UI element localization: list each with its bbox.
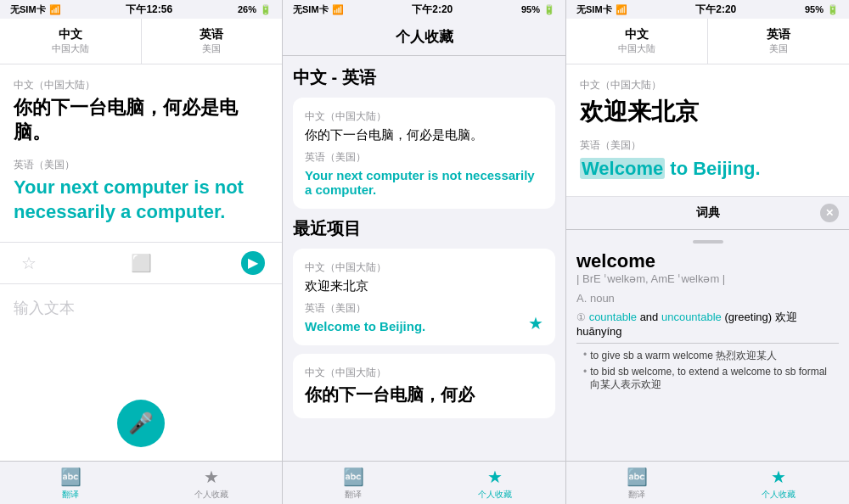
language-selector-3: 中文 中国大陆 英语 美国 bbox=[566, 19, 849, 64]
tab-favorites-2[interactable]: ★ 个人收藏 bbox=[424, 467, 566, 501]
time-display-3: 下午2:20 bbox=[695, 3, 736, 17]
lang-from-button[interactable]: 中文 中国大陆 bbox=[0, 19, 142, 64]
carrier-text: 无SIM卡 bbox=[10, 3, 46, 16]
recent-source-label-2: 中文（中国大陆） bbox=[305, 366, 543, 380]
dictionary-header: 词典 ✕ bbox=[566, 197, 849, 230]
dictionary-pronunciation: | BrE ˈwelkəm, AmE ˈwelkəm | bbox=[576, 272, 839, 285]
status-bar-3: 无SIM卡 📶 下午2:20 95% 🔋 bbox=[566, 0, 849, 19]
tab-favorites-1[interactable]: ★ 个人收藏 bbox=[141, 467, 282, 501]
translation-content-1: 中文（中国大陆） 你的下一台电脑，何必是电脑。 英语（美国） Your next… bbox=[0, 64, 282, 242]
example-text-2: to bid sb welcome, to extend a welcome t… bbox=[590, 366, 839, 392]
p3-source-text: 欢迎来北京 bbox=[580, 96, 835, 128]
tab-bar-3: 🔤 翻译 ★ 个人收藏 bbox=[566, 461, 849, 504]
panel-favorites: 无SIM卡 📶 下午2:20 95% 🔋 个人收藏 中文 - 英语 中文（中国大… bbox=[283, 0, 566, 504]
recent-source-label-1: 中文（中国大陆） bbox=[305, 260, 543, 275]
highlighted-word[interactable]: Welcome bbox=[580, 158, 665, 179]
recent-card-row-1: 英语（美国） Welcome to Beijing. ★ bbox=[305, 301, 543, 333]
sense-countable-bold: countable bbox=[589, 311, 637, 323]
lang-from-name: 中文 bbox=[3, 27, 138, 42]
p3-target-text: Welcome to Beijing. bbox=[580, 156, 835, 182]
play-icon[interactable]: ▶ bbox=[241, 251, 265, 275]
p3-source-label: 中文（中国大陆） bbox=[580, 78, 835, 92]
device-icon[interactable]: ⬜ bbox=[129, 251, 153, 275]
microphone-button[interactable]: 🎤 bbox=[117, 400, 165, 447]
wifi-icon-2: 📶 bbox=[332, 4, 344, 15]
recent-card-1[interactable]: 中文（中国大陆） 欢迎来北京 英语（美国） Welcome to Beijing… bbox=[293, 249, 555, 345]
battery-text-3: 95% bbox=[805, 4, 824, 14]
status-left-3: 无SIM卡 📶 bbox=[576, 3, 627, 16]
recent-source-text-1: 欢迎来北京 bbox=[305, 278, 543, 294]
drag-indicator bbox=[693, 240, 723, 244]
star-icon-1[interactable]: ★ bbox=[528, 313, 543, 333]
lang-to-region-3: 美国 bbox=[711, 42, 846, 55]
lang-to-button[interactable]: 英语 美国 bbox=[142, 19, 283, 64]
lang-from-button-3[interactable]: 中文 中国大陆 bbox=[566, 19, 708, 64]
favorite-icon[interactable]: ☆ bbox=[17, 251, 41, 275]
target-text-display: Your next computer is not necessarily a … bbox=[14, 176, 268, 224]
star-tab-icon-2: ★ bbox=[487, 467, 503, 487]
pos-letter: A. bbox=[576, 292, 587, 305]
time-display-2: 下午2:20 bbox=[412, 3, 453, 17]
favorites-page-title: 个人收藏 bbox=[283, 19, 565, 56]
tab-favorites-label-2: 个人收藏 bbox=[478, 489, 512, 501]
tab-translate-2[interactable]: 🔤 翻译 bbox=[283, 467, 424, 501]
pos-label: noun bbox=[590, 292, 615, 305]
fav-target-label-1: 英语（美国） bbox=[305, 150, 543, 165]
status-bar-1: 无SIM卡 📶 下午12:56 26% 🔋 bbox=[0, 0, 282, 19]
input-placeholder-text[interactable]: 输入文本 bbox=[14, 298, 75, 318]
language-selector-1: 中文 中国大陆 英语 美国 bbox=[0, 19, 282, 64]
star-tab-icon-1: ★ bbox=[204, 467, 219, 487]
tab-translate-label-2: 翻译 bbox=[345, 489, 362, 501]
tab-favorites-3[interactable]: ★ 个人收藏 bbox=[708, 467, 850, 501]
tab-translate-1[interactable]: 🔤 翻译 bbox=[0, 467, 141, 501]
tab-translate-3[interactable]: 🔤 翻译 bbox=[566, 467, 708, 501]
translate-icon: 🔤 bbox=[60, 467, 82, 487]
recent-target-text-1: Welcome to Beijing. bbox=[305, 319, 425, 333]
lang-to-region: 美国 bbox=[145, 42, 279, 55]
tab-translate-label-3: 翻译 bbox=[628, 489, 645, 501]
tab-bar-1: 🔤 翻译 ★ 个人收藏 bbox=[0, 461, 282, 504]
translate-icon-3: 🔤 bbox=[627, 467, 648, 487]
favorite-card-1[interactable]: 中文（中国大陆） 你的下一台电脑，何必是电脑。 英语（美国） Your next… bbox=[293, 98, 555, 209]
battery-text-2: 95% bbox=[521, 4, 540, 14]
dict-example-2: to bid sb welcome, to extend a welcome t… bbox=[583, 366, 839, 392]
recent-card-2[interactable]: 中文（中国大陆） 你的下一台电脑，何必 bbox=[293, 354, 555, 418]
sense-uncountable: uncountable bbox=[661, 311, 722, 323]
p3-target-label: 英语（美国） bbox=[580, 138, 835, 153]
time-display: 下午12:56 bbox=[126, 3, 172, 17]
fav-source-label-1: 中文（中国大陆） bbox=[305, 109, 543, 124]
dictionary-pos: A. noun bbox=[576, 292, 839, 305]
translation-toolbar: ☆ ⬜ ▶ bbox=[0, 242, 282, 283]
tab-translate-label-1: 翻译 bbox=[62, 489, 79, 501]
dict-example-1: to give sb a warm welcome 热烈欢迎某人 bbox=[583, 349, 839, 363]
lang-from-region-3: 中国大陆 bbox=[570, 42, 704, 55]
tab-bar-2: 🔤 翻译 ★ 个人收藏 bbox=[283, 461, 565, 504]
lang-from-name-3: 中文 bbox=[570, 27, 704, 42]
lang-from-region: 中国大陆 bbox=[3, 42, 138, 55]
lang-to-button-3[interactable]: 英语 美国 bbox=[708, 19, 849, 64]
dictionary-word: welcome bbox=[576, 250, 839, 272]
fav-target-text-1: Your next computer is not necessarily a … bbox=[305, 168, 543, 197]
recent-section-header: 最近项目 bbox=[293, 217, 555, 240]
dictionary-panel: 词典 ✕ welcome | BrE ˈwelkəm, AmE ˈwelkəm … bbox=[566, 197, 849, 461]
dictionary-title: 词典 bbox=[595, 205, 820, 221]
favorites-list[interactable]: 中文 - 英语 中文（中国大陆） 你的下一台电脑，何必是电脑。 英语（美国） Y… bbox=[283, 56, 565, 461]
source-language-label: 中文（中国大陆） bbox=[14, 78, 268, 92]
lang-to-name-3: 英语 bbox=[711, 27, 846, 42]
fav-source-text-1: 你的下一台电脑，何必是电脑。 bbox=[305, 127, 543, 143]
sense-and: and bbox=[640, 311, 661, 323]
status-right-3: 95% 🔋 bbox=[805, 4, 839, 15]
status-right: 26% 🔋 bbox=[238, 4, 272, 15]
wifi-icon: 📶 bbox=[49, 4, 61, 15]
dict-sense-1: ① countable and uncountable (greeting) 欢… bbox=[576, 310, 839, 338]
battery-icon: 🔋 bbox=[260, 4, 272, 15]
wifi-icon-3: 📶 bbox=[616, 4, 627, 15]
recent-target-label-1: 英语（美国） bbox=[305, 301, 425, 316]
example-text-1: to give sb a warm welcome 热烈欢迎某人 bbox=[590, 349, 777, 363]
source-text-display: 你的下一台电脑，何必是电脑。 bbox=[14, 96, 268, 144]
dictionary-content[interactable]: welcome | BrE ˈwelkəm, AmE ˈwelkəm | A. … bbox=[566, 230, 849, 461]
dictionary-close-button[interactable]: ✕ bbox=[820, 204, 839, 222]
battery-icon-3: 🔋 bbox=[827, 4, 839, 15]
battery-icon-2: 🔋 bbox=[543, 4, 555, 15]
favorites-section-header: 中文 - 英语 bbox=[293, 66, 555, 89]
